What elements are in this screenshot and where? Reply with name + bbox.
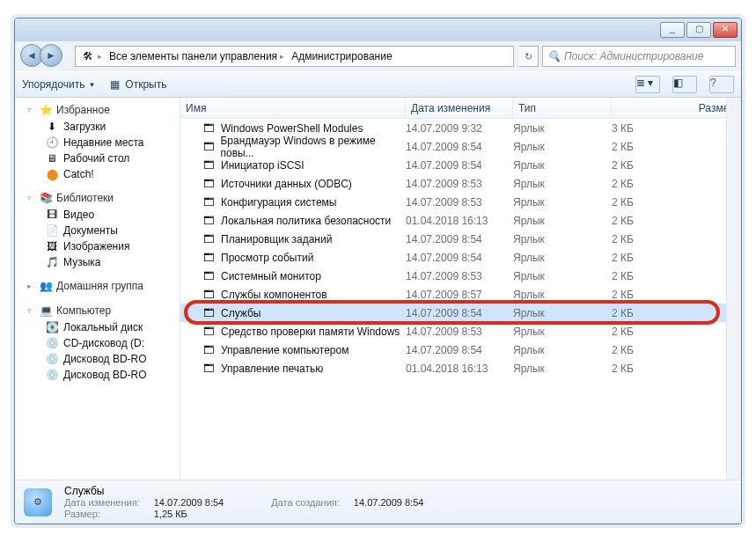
breadcrumb-seg[interactable]: Администрирование	[291, 50, 392, 62]
video-icon: 🎞	[45, 208, 59, 222]
shortcut-icon: 🗔	[202, 232, 216, 246]
details-mod-label: Дата изменения:	[64, 497, 140, 508]
file-name: Службы	[221, 307, 261, 319]
organize-menu[interactable]: Упорядочить ▼	[22, 78, 95, 91]
close-button[interactable]: ✕	[713, 22, 738, 38]
file-size: 2 КБ	[612, 289, 741, 301]
file-row[interactable]: 🗔Локальная политика безопасности01.04.20…	[180, 211, 741, 230]
nav-homegroup-header[interactable]: ▸👥Домашняя группа	[15, 277, 180, 295]
nav-item-localdisk[interactable]: 💽Локальный диск	[15, 319, 180, 335]
navigation-pane[interactable]: ▿⭐Избранное ⬇Загрузки 🕘Недавние места 🖥Р…	[15, 98, 180, 480]
nav-item-video[interactable]: 🎞Видео	[15, 207, 180, 223]
nav-forward-button[interactable]: ►	[40, 44, 62, 67]
help-button[interactable]: ?	[709, 76, 734, 93]
file-row[interactable]: 🗔Планировщик заданий14.07.2009 8:54Ярлык…	[180, 230, 741, 248]
downloads-icon: ⬇	[45, 120, 59, 134]
file-type: Ярлык	[513, 289, 612, 301]
file-name: Источники данных (ODBC)	[221, 178, 352, 190]
file-date: 14.07.2009 8:53	[406, 326, 513, 338]
file-row[interactable]: 🗔Просмотр событий14.07.2009 8:54Ярлык2 К…	[180, 248, 741, 267]
vertical-scrollbar[interactable]	[726, 98, 741, 480]
nav-item-catch[interactable]: ⬤Catch!	[15, 166, 180, 182]
bd-icon: 💿	[45, 352, 59, 366]
nav-item-desktop[interactable]: 🖥Рабочий стол	[15, 150, 180, 166]
nav-item-downloads[interactable]: ⬇Загрузки	[15, 119, 180, 135]
file-name: Управление печатью	[221, 363, 323, 375]
nav-favorites-header[interactable]: ▿⭐Избранное	[15, 101, 180, 119]
shortcut-icon: 🗔	[202, 214, 216, 228]
file-row[interactable]: 🗔Конфигурация системы14.07.2009 8:53Ярлы…	[180, 193, 741, 211]
col-date[interactable]: Дата изменения	[406, 98, 513, 118]
file-date: 01.04.2018 16:13	[406, 363, 513, 375]
preview-pane-button[interactable]: ◧	[672, 76, 697, 93]
file-size: 2 КБ	[612, 215, 741, 227]
file-row[interactable]: 🗔Брандмауэр Windows в режиме повы...14.0…	[180, 137, 741, 156]
shortcut-icon: 🗔	[202, 325, 216, 339]
nav-item-bd2[interactable]: 💿Дисковод BD-RO	[15, 367, 180, 383]
file-row[interactable]: 🗔Средство проверки памяти Windows14.07.2…	[180, 322, 741, 341]
view-options-button[interactable]: ≣ ▾	[635, 76, 660, 93]
nav-computer-header[interactable]: ▿💻Компьютер	[15, 302, 180, 319]
col-size[interactable]: Размер	[612, 98, 741, 118]
shortcut-icon: 🗔	[202, 121, 216, 136]
address-bar: ◄ ► 🛠▸ Все элементы панели управления▸ А…	[15, 41, 741, 71]
details-created-label: Дата создания:	[271, 497, 340, 508]
toolbar: Упорядочить ▼ ▦Открыть ≣ ▾ ◧ ?	[15, 71, 741, 98]
images-icon: 🖼	[45, 239, 59, 253]
recent-icon: 🕘	[45, 136, 59, 150]
file-name: Локальная политика безопасности	[221, 215, 391, 227]
minimize-button[interactable]: _	[660, 22, 685, 38]
catch-icon: ⬤	[45, 167, 59, 181]
file-size: 2 КБ	[612, 233, 741, 245]
file-date: 01.04.2018 16:13	[406, 215, 513, 227]
computer-icon: 💻	[39, 304, 53, 318]
file-size: 2 КБ	[612, 307, 741, 319]
file-date: 14.07.2009 8:53	[406, 270, 513, 282]
file-size: 2 КБ	[612, 270, 741, 282]
column-headers[interactable]: Имя Дата изменения Тип Размер	[180, 98, 741, 119]
nav-libraries-header[interactable]: ▿📚Библиотеки	[15, 189, 180, 207]
file-size: 2 КБ	[612, 178, 741, 190]
details-size-value: 1,25 КБ	[154, 509, 224, 519]
file-row[interactable]: 🗔Инициатор iSCSI14.07.2009 8:54Ярлык2 КБ	[180, 156, 741, 174]
details-created-value: 14.07.2009 8:54	[354, 497, 424, 508]
file-row[interactable]: 🗔Источники данных (ODBC)14.07.2009 8:53Я…	[180, 174, 741, 193]
control-panel-icon: 🛠	[81, 49, 95, 63]
file-name: Планировщик заданий	[221, 233, 332, 245]
file-row[interactable]: 🗔Управление печатью01.04.2018 16:13Ярлык…	[180, 359, 741, 377]
search-input[interactable]: 🔍 Поиск: Администрирование	[542, 46, 736, 67]
maximize-button[interactable]: ▢	[686, 22, 711, 38]
file-size: 2 КБ	[612, 141, 741, 153]
refresh-button[interactable]: ↻	[519, 46, 539, 67]
breadcrumb[interactable]: 🛠▸ Все элементы панели управления▸ Админ…	[75, 46, 514, 67]
file-name: Брандмауэр Windows в режиме повы...	[220, 135, 406, 159]
file-row[interactable]: 🗔Управление компьютером14.07.2009 8:54Яр…	[180, 341, 741, 359]
file-list: Имя Дата изменения Тип Размер 🗔Windows P…	[180, 98, 741, 480]
shortcut-icon: 🗔	[202, 269, 216, 283]
col-type[interactable]: Тип	[513, 98, 612, 118]
nav-item-recent[interactable]: 🕘Недавние места	[15, 135, 180, 150]
nav-item-music[interactable]: 🎵Музыка	[15, 254, 180, 270]
file-date: 14.07.2009 9:32	[406, 122, 513, 135]
file-size: 3 КБ	[612, 122, 741, 135]
col-name[interactable]: Имя	[180, 98, 406, 118]
details-size-label: Размер:	[64, 509, 140, 519]
open-icon: ▦	[107, 77, 121, 92]
breadcrumb-seg[interactable]: Все элементы панели управления	[109, 50, 277, 62]
nav-item-documents[interactable]: 📄Документы	[15, 223, 180, 238]
file-name: Инициатор iSCSI	[221, 159, 305, 172]
file-row[interactable]: 🗔Системный монитор14.07.2009 8:53Ярлык2 …	[180, 267, 741, 285]
file-type: Ярлык	[513, 270, 612, 282]
open-button[interactable]: ▦Открыть	[107, 77, 166, 92]
file-date: 14.07.2009 8:53	[406, 196, 513, 209]
file-date: 14.07.2009 8:54	[406, 233, 513, 245]
details-mod-value: 14.07.2009 8:54	[154, 497, 224, 508]
file-type: Ярлык	[513, 178, 612, 190]
nav-item-bd1[interactable]: 💿Дисковод BD-RO	[15, 351, 180, 367]
nav-item-cd[interactable]: 💿CD-дисковод (D:	[15, 335, 180, 351]
nav-item-images[interactable]: 🖼Изображения	[15, 238, 180, 254]
shortcut-icon: 🗔	[202, 343, 216, 357]
file-row[interactable]: 🗔Службы компонентов14.07.2009 8:57Ярлык2…	[180, 285, 741, 304]
file-type: Ярлык	[513, 141, 612, 153]
file-row[interactable]: 🗔Службы14.07.2009 8:54Ярлык2 КБ	[180, 304, 741, 322]
